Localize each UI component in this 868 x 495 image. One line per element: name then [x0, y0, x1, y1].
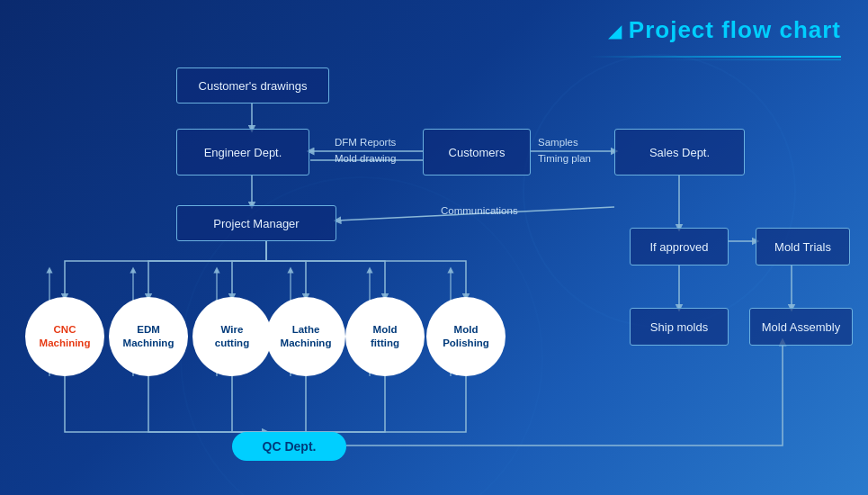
qc-dept-box: QC Dept.	[232, 432, 346, 461]
wire-circle: Wirecutting	[192, 297, 272, 376]
arrows-overlay	[0, 0, 868, 495]
mold-polishing-circle: MoldPolishing	[426, 297, 506, 376]
if-approved-box: If approved	[630, 228, 729, 266]
project-manager-box: Project Manager	[176, 205, 336, 241]
engineer-dept-box: Engineer Dept.	[176, 129, 309, 176]
ship-molds-box: Ship molds	[630, 308, 729, 346]
mold-assembly-box: Mold Assembly	[749, 308, 853, 346]
mold-fitting-circle: Moldfitting	[345, 297, 425, 376]
customers-box: Customers	[423, 129, 531, 176]
cnc-circle: CNCMachining	[25, 297, 104, 376]
dfm-label: DFM Reports	[335, 137, 396, 148]
mold-trials-box: Mold Trials	[756, 228, 850, 266]
flowchart: Customer's drawings Engineer Dept. Custo…	[0, 0, 868, 495]
edm-circle: EDMMachining	[109, 297, 188, 376]
customers-drawings-box: Customer's drawings	[176, 68, 329, 104]
lathe-circle: LatheMachining	[266, 297, 345, 376]
sales-dept-box: Sales Dept.	[614, 129, 745, 176]
samples-label: Samples	[538, 137, 578, 148]
mold-drawing-label: Mold drawing	[335, 153, 396, 164]
communications-label: Communications	[441, 205, 518, 216]
timing-plan-label: Timing plan	[538, 153, 591, 164]
